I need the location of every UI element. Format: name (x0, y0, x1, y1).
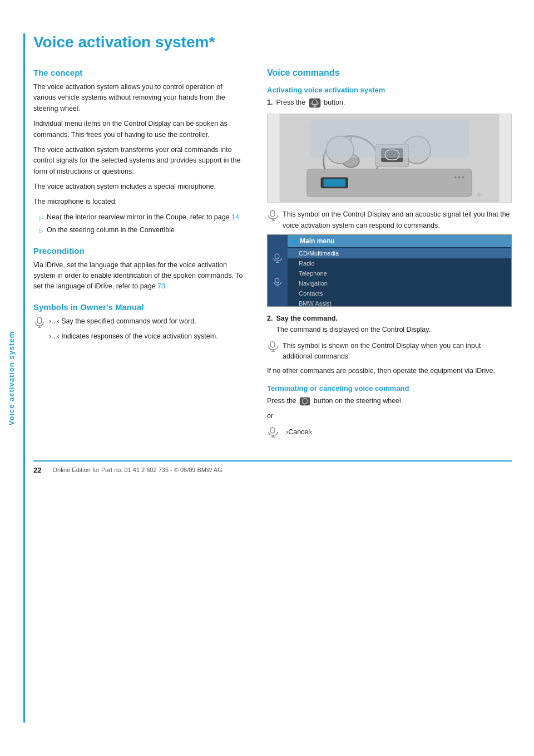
svg-rect-31 (275, 278, 279, 283)
footer-edition-text: Online Edition for Part no. 01 41 2 602 … (52, 467, 222, 473)
symbol2-text: ›...‹ Indicates responses of the voice a… (49, 331, 218, 342)
page-number: 22 (33, 466, 41, 474)
menu-header-text: Main menu (300, 237, 335, 245)
step2-content: Say the command. The command is displaye… (276, 313, 431, 335)
concept-para-4: The voice activation system includes a s… (33, 181, 245, 192)
voice-button-icon-2 (299, 397, 310, 406)
svg-text:›: › (34, 319, 36, 322)
step1-inner: 1. Press the (267, 97, 512, 108)
bullet-item-2: ▷ On the steering column in the Converti… (39, 225, 245, 235)
step2-block: 2. Say the command. The command is displ… (267, 313, 512, 335)
svg-rect-34 (270, 342, 275, 347)
step2-symbol-block: This symbol is shown on the Control Disp… (267, 341, 512, 362)
symbol1-text: ›...‹ Say the specified commands word fo… (49, 316, 196, 327)
bullet-text-2: On the steering column in the Convertibl… (47, 225, 175, 235)
voice-button-icon (309, 98, 321, 108)
mic-icon-1: › (33, 317, 46, 328)
car-image: © (267, 114, 512, 203)
menu-item: CD/Multimedia (288, 248, 511, 258)
step2-display-text: The command is displayed on the Control … (276, 325, 431, 335)
precondition-text: Via iDrive, set the language that applie… (33, 260, 245, 292)
step2-symbol-text: This symbol is shown on the Control Disp… (283, 341, 512, 362)
menu-item: Navigation (288, 278, 511, 288)
left-column: The concept The voice activation system … (33, 68, 245, 438)
cancel-command: ›Cancel‹ (286, 428, 312, 436)
menu-item: Contacts (288, 288, 511, 298)
terminating-text: Press the button on the steering wheel (267, 396, 512, 406)
page-footer: 22 Online Edition for Part no. 01 41 2 6… (33, 460, 512, 474)
svg-rect-25 (270, 210, 275, 217)
right-column: Voice commands Activating voice activati… (267, 68, 512, 438)
svg-rect-0 (37, 317, 42, 323)
svg-rect-28 (275, 254, 279, 259)
menu-item: Radio (288, 258, 511, 268)
bullet-arrow-2: ▷ (39, 227, 43, 235)
display-symbol-block: This symbol on the Control Display and a… (267, 209, 512, 231)
step1-text: Press the button. (276, 97, 345, 108)
display-symbol-text: This symbol on the Control Display and a… (283, 209, 512, 231)
svg-rect-17 (324, 179, 346, 187)
concept-para-1: The voice activation system allows you t… (33, 82, 245, 114)
step2-number: 2. (267, 313, 273, 335)
page-title: Voice activation system* (33, 33, 512, 51)
menu-header: ▶ Main menu (288, 235, 511, 247)
svg-point-20 (462, 176, 464, 179)
menu-items-list: CD/MultimediaRadioTelephoneNavigationCon… (288, 247, 511, 307)
terminating-heading: Terminating or canceling voice command (267, 384, 512, 392)
or-text: or (267, 411, 512, 421)
cancel-line: ›Cancel‹ (267, 426, 512, 438)
activating-heading: Activating voice activation system (267, 86, 512, 94)
symbol-block-1: › ›...‹ Say the specified commands word … (33, 316, 245, 328)
sidebar-label-container: Voice activation system (0, 0, 23, 756)
bullet-item-1: ▷ Near the interior rearview mirror in t… (39, 212, 245, 223)
step2-inner: 2. Say the command. The command is displ… (267, 313, 512, 335)
menu-item: BMW Assist (288, 298, 511, 307)
svg-point-19 (458, 176, 460, 179)
microphone-bullets: ▷ Near the interior rearview mirror in t… (39, 212, 245, 236)
mic-icon-cancel (267, 427, 279, 438)
step1-block: 1. Press the (267, 97, 512, 108)
step2-text: Say the command. (276, 313, 431, 324)
mic-icon-display (267, 210, 279, 221)
concept-para-3: The voice activation system transforms y… (33, 145, 245, 177)
menu-image: ▶ Main menu CD/MultimediaRadioTelephoneN… (267, 234, 512, 307)
microphone-located-label: The microphone is located: (33, 197, 245, 207)
svg-rect-40 (270, 428, 275, 433)
bullet-arrow-1: ▷ (39, 214, 43, 223)
precondition-link[interactable]: 73 (157, 282, 165, 290)
concept-para-2: Individual menu items on the Control Dis… (33, 119, 245, 140)
precondition-heading: Precondition (33, 246, 245, 256)
symbols-heading: Symbols in Owner's Manual (33, 302, 245, 312)
symbol-block-2: ›...‹ Indicates responses of the voice a… (33, 331, 245, 342)
svg-point-18 (454, 176, 457, 179)
svg-rect-23 (310, 120, 469, 158)
menu-item: Telephone (288, 268, 511, 278)
step1-number: 1. (267, 97, 273, 108)
step2-extra-text: If no other commands are possible, then … (267, 366, 512, 376)
concept-heading: The concept (33, 68, 245, 77)
sidebar-label: Voice activation system (8, 331, 16, 425)
bullet-link-1[interactable]: 14 (231, 213, 239, 221)
svg-text:©: © (477, 193, 481, 198)
left-accent-bar (23, 33, 25, 723)
bullet-text-1: Near the interior rearview mirror in the… (47, 212, 239, 223)
mic-icon-step2 (267, 341, 279, 352)
voice-commands-heading: Voice commands (267, 68, 512, 78)
